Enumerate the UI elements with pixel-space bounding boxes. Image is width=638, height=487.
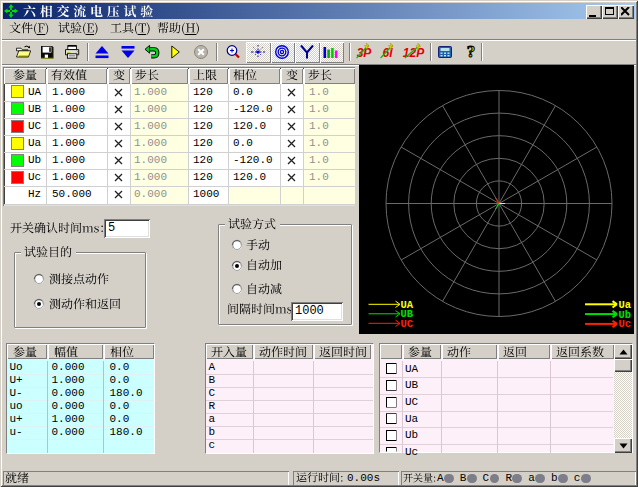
svg-text:Uc: Uc	[619, 318, 632, 330]
svg-text:UC: UC	[401, 318, 414, 330]
